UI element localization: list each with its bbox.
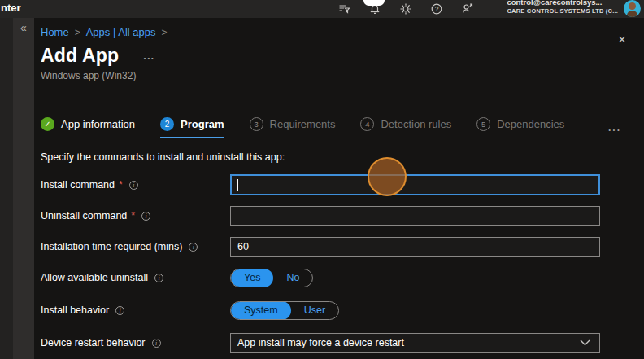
account-tenant: CARE CONTROL SYSTEMS LTD (C...: [507, 7, 618, 15]
allow-uninstall-label: Allow available uninstall: [41, 272, 148, 283]
topbar-icon-group: ?: [337, 2, 474, 15]
breadcrumb: Home > Apps | All apps >: [41, 26, 644, 38]
info-icon[interactable]: i: [189, 243, 198, 252]
feedback-person-icon[interactable]: [460, 2, 474, 15]
toggle-option-no[interactable]: No: [273, 269, 312, 287]
restart-behavior-dropdown[interactable]: App install may force a device restart: [230, 333, 600, 353]
step-dependencies[interactable]: 5 Dependencies: [476, 117, 564, 137]
help-icon[interactable]: ?: [429, 2, 443, 15]
account-menu[interactable]: control@carecontrolsys... CARE CONTROL S…: [507, 0, 618, 15]
install-command-label: Install command: [41, 179, 115, 190]
breadcrumb-separator: >: [75, 27, 80, 38]
info-icon[interactable]: i: [154, 274, 163, 282]
step-number: 2: [160, 117, 174, 131]
topbar: nter ?: [0, 0, 644, 18]
step-done-check-icon: ✓: [41, 117, 54, 131]
toggle-option-yes[interactable]: Yes: [231, 269, 273, 287]
wizard-steps: ✓ App information 2 Program 3 Requiremen…: [41, 117, 644, 138]
install-behavior-row: Install behavior i System User: [41, 300, 644, 321]
collapse-sidebar-icon[interactable]: «: [20, 21, 27, 34]
page-title: Add App: [41, 45, 119, 67]
left-edge-rail: [0, 18, 13, 359]
step-label: Dependencies: [497, 118, 564, 130]
title-more-button[interactable]: ...: [143, 50, 154, 62]
steps-overflow-button[interactable]: ...: [608, 122, 644, 134]
chevron-down-icon: [580, 339, 599, 346]
list-filter-icon[interactable]: [337, 2, 350, 15]
info-icon[interactable]: i: [141, 212, 150, 221]
step-app-information[interactable]: ✓ App information: [41, 117, 135, 137]
step-requirements[interactable]: 3 Requirements: [250, 117, 336, 137]
settings-gear-icon[interactable]: [398, 2, 412, 15]
info-icon[interactable]: i: [115, 306, 124, 315]
step-number: 3: [250, 117, 263, 131]
allow-uninstall-toggle: Yes No: [230, 269, 313, 287]
install-command-input[interactable]: [230, 174, 600, 195]
account-email: control@carecontrolsys...: [507, 0, 618, 7]
breadcrumb-home-link[interactable]: Home: [41, 26, 69, 38]
toggle-option-system[interactable]: System: [231, 301, 291, 320]
install-time-row: Installation time required (mins) i: [41, 236, 644, 257]
text-caret: [237, 179, 238, 191]
info-icon[interactable]: i: [129, 181, 138, 190]
restart-behavior-row: Device restart behavior i App install ma…: [41, 332, 644, 353]
step-number: 4: [360, 117, 374, 131]
brand-title-partial: nter: [1, 2, 21, 14]
notification-popup-remnant: [363, 0, 385, 6]
dropdown-selected-value: App install may force a device restart: [231, 337, 580, 348]
step-label: App information: [61, 118, 135, 130]
uninstall-command-label: Uninstall command: [41, 210, 127, 221]
allow-uninstall-row: Allow available uninstall i Yes No: [41, 267, 644, 288]
restart-behavior-label: Device restart behavior: [41, 337, 146, 348]
form-intro-text: Specify the commands to install and unin…: [41, 151, 644, 163]
svg-text:?: ?: [434, 5, 438, 13]
uninstall-command-input[interactable]: [230, 206, 600, 226]
uninstall-command-row: Uninstall command * i: [41, 205, 644, 226]
program-form: Install command * i Uninstall command * …: [41, 174, 644, 353]
toggle-option-user[interactable]: User: [291, 301, 338, 320]
notification-bell-icon[interactable]: [368, 2, 381, 15]
step-program[interactable]: 2 Program: [160, 117, 224, 138]
step-label: Detection rules: [381, 118, 451, 130]
install-behavior-label: Install behavior: [41, 304, 109, 316]
step-label: Requirements: [270, 118, 336, 130]
install-behavior-toggle: System User: [230, 301, 339, 320]
step-label: Program: [181, 118, 224, 130]
title-row: Add App ...: [41, 45, 644, 67]
install-time-input[interactable]: [230, 237, 600, 257]
install-command-row: Install command * i: [41, 174, 644, 195]
install-time-label: Installation time required (mins): [41, 241, 182, 252]
step-number: 5: [476, 117, 490, 131]
breadcrumb-apps-link[interactable]: Apps | All apps: [86, 26, 156, 38]
click-highlight-cursor: [368, 157, 407, 196]
avatar[interactable]: [624, 0, 641, 17]
page-subtitle: Windows app (Win32): [41, 70, 644, 81]
breadcrumb-separator: >: [161, 27, 167, 38]
required-asterisk: *: [131, 210, 135, 221]
info-icon[interactable]: i: [152, 339, 161, 348]
required-asterisk: *: [119, 179, 123, 190]
step-detection-rules[interactable]: 4 Detection rules: [360, 117, 451, 137]
close-icon[interactable]: ×: [618, 33, 626, 46]
sidebar-collapsed-rail: «: [13, 18, 34, 359]
add-app-blade: Home > Apps | All apps > Add App ... Win…: [34, 18, 644, 359]
